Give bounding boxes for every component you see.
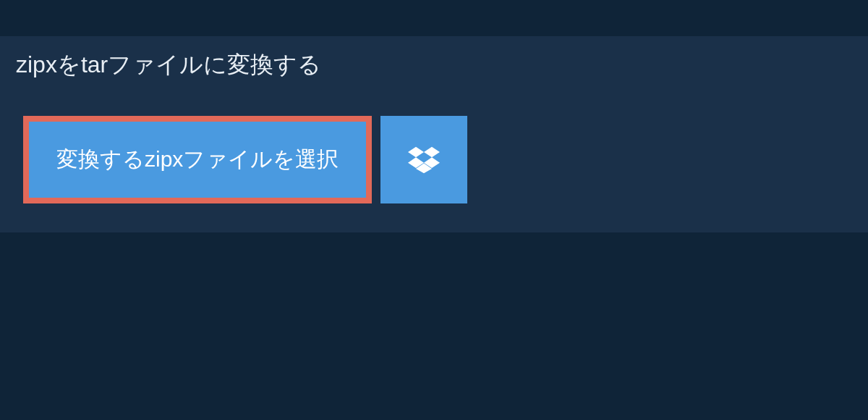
select-file-button[interactable]: 変換するzipxファイルを選択 [23, 116, 372, 203]
page-title: zipxをtarファイルに変換する [16, 51, 321, 77]
dropbox-icon [408, 144, 440, 176]
conversion-panel: zipxをtarファイルに変換する 変換するzipxファイルを選択 [0, 36, 868, 232]
title-bar: zipxをtarファイルに変換する [0, 36, 343, 94]
button-row: 変換するzipxファイルを選択 [23, 116, 868, 203]
dropbox-button[interactable] [380, 116, 467, 203]
